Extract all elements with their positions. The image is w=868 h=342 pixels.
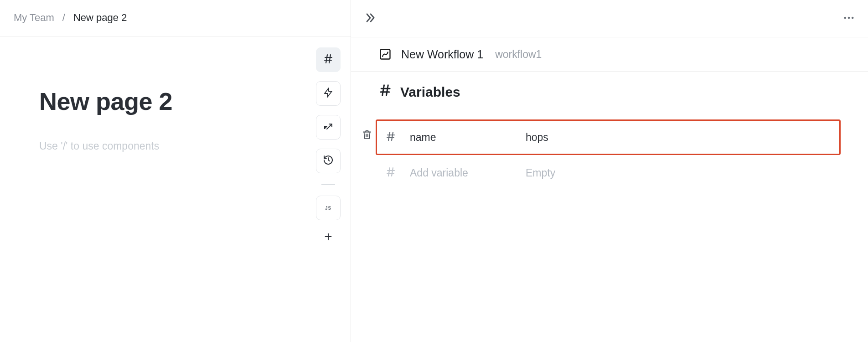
hash-icon [323, 53, 334, 66]
more-menu-button[interactable] [842, 11, 855, 26]
svg-line-18 [392, 132, 393, 140]
toolbar-js-button[interactable]: JS [316, 196, 341, 220]
svg-line-2 [326, 55, 327, 63]
svg-line-14 [387, 85, 388, 96]
dots-horizontal-icon [842, 18, 855, 26]
svg-line-13 [382, 85, 384, 96]
right-panel: New Workflow 1 workflow1 Variables [351, 0, 868, 342]
toolbar-swap-button[interactable] [316, 115, 341, 140]
js-icon: JS [325, 206, 331, 211]
hash-icon [385, 131, 406, 144]
variables-heading: Variables [400, 84, 460, 100]
add-variable-row[interactable]: Add variable Empty [376, 155, 841, 191]
workflow-title: New Workflow 1 [401, 48, 483, 61]
breadcrumb-team[interactable]: My Team [14, 12, 54, 24]
svg-point-7 [844, 16, 847, 19]
toolbar-divider [321, 184, 335, 185]
svg-point-8 [848, 16, 850, 19]
bolt-icon [323, 87, 334, 100]
svg-marker-4 [325, 88, 332, 97]
page-body: New page 2 [0, 37, 351, 342]
variables-list: name hops Add variable Empty [367, 119, 841, 191]
hash-icon [378, 83, 392, 100]
svg-line-3 [329, 55, 331, 63]
expand-button[interactable] [364, 11, 377, 26]
breadcrumb-page[interactable]: New page 2 [73, 12, 127, 24]
variables-section: Variables [351, 72, 868, 196]
history-icon [323, 155, 334, 167]
svg-line-22 [392, 168, 393, 176]
breadcrumb: My Team / New page 2 [0, 0, 351, 37]
variable-row[interactable]: name hops [376, 119, 841, 155]
chevrons-right-icon [364, 18, 377, 26]
vertical-toolbar: JS [316, 47, 341, 246]
add-variable-value-placeholder[interactable]: Empty [526, 167, 831, 179]
svg-line-17 [388, 132, 390, 140]
page-title[interactable]: New page 2 [39, 87, 311, 115]
svg-point-9 [852, 16, 854, 19]
left-panel: My Team / New page 2 New page 2 [0, 0, 351, 342]
variables-section-header: Variables [378, 83, 841, 100]
swap-icon [323, 121, 334, 134]
delete-variable-button[interactable] [362, 130, 372, 140]
svg-line-21 [388, 168, 390, 176]
workflow-header[interactable]: New Workflow 1 workflow1 [351, 37, 868, 72]
plus-icon [323, 232, 333, 244]
hash-icon [385, 166, 406, 179]
toolbar-hash-button[interactable] [316, 47, 341, 72]
workflow-icon [378, 47, 392, 61]
variable-name[interactable]: name [410, 131, 522, 144]
toolbar-add-button[interactable] [316, 229, 341, 246]
toolbar-bolt-button[interactable] [316, 81, 341, 106]
app-root: My Team / New page 2 New page 2 [0, 0, 868, 342]
add-variable-name-placeholder[interactable]: Add variable [410, 167, 522, 179]
variable-value[interactable]: hops [526, 131, 831, 144]
toolbar-history-button[interactable] [316, 149, 341, 173]
page-editor-input[interactable] [39, 140, 311, 152]
breadcrumb-separator: / [62, 12, 65, 24]
right-topbar [351, 0, 868, 37]
workflow-id: workflow1 [495, 48, 542, 61]
trash-icon [362, 133, 372, 141]
